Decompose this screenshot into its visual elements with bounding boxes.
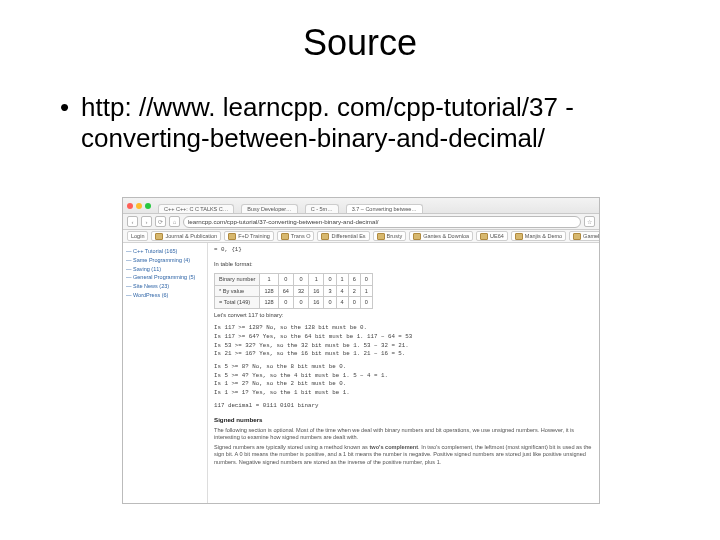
- paragraph: The following section is optional. Most …: [214, 427, 593, 442]
- folder-icon: [377, 233, 385, 240]
- folder-icon: [321, 233, 329, 240]
- content-line: = 0, {1}: [214, 246, 593, 255]
- folder-icon: [573, 233, 581, 240]
- binary-table: Binary number10010160 * By value12864321…: [214, 273, 373, 308]
- sidebar-item[interactable]: — Saving (11): [126, 265, 204, 274]
- browser-tab[interactable]: Busy Developer…: [241, 204, 297, 213]
- bullet: • http: //www. learncpp. com/cpp-tutoria…: [60, 92, 660, 153]
- sidebar-item[interactable]: — WordPress (6): [126, 291, 204, 300]
- bookmarks-bar: Login Journal & Publication F+D Training…: [123, 230, 599, 243]
- browser-screenshot: C++ C++: C C TALKS C… Busy Developer… C …: [122, 197, 600, 504]
- sidebar: — C++ Tutorial (165) — Same Programming …: [123, 243, 208, 504]
- folder-icon: [515, 233, 523, 240]
- bookmark[interactable]: Login: [127, 231, 148, 241]
- browser-toolbar: ‹ › ⟳ ⌂ learncpp.com/cpp-tutorial/37-con…: [123, 214, 599, 230]
- zoom-icon[interactable]: [145, 203, 151, 209]
- sidebar-item[interactable]: — General Programming (5): [126, 273, 204, 282]
- close-icon[interactable]: [127, 203, 133, 209]
- content-line: Let's convert 117 to binary:: [214, 311, 593, 320]
- folder-icon: [228, 233, 236, 240]
- section-heading: Signed numbers: [214, 415, 593, 424]
- back-icon[interactable]: ‹: [127, 216, 138, 227]
- browser-tab[interactable]: C++ C++: C C TALKS C…: [158, 204, 234, 213]
- address-bar[interactable]: learncpp.com/cpp-tutorial/37-converting-…: [183, 216, 581, 228]
- bookmark-star-icon[interactable]: ☆: [584, 216, 595, 227]
- bullet-dot: •: [60, 92, 69, 153]
- result-line: 117 decimal = 0111 0101 binary: [214, 402, 593, 411]
- bookmark-folder[interactable]: F+D Training: [224, 231, 274, 241]
- step-line: Is 5 >= 4? Yes, so the 4 bit must be 1. …: [214, 372, 593, 381]
- bullet-text: http: //www. learncpp. com/cpp-tutorial/…: [81, 92, 660, 153]
- minimize-icon[interactable]: [136, 203, 142, 209]
- step-line: Is 117 >= 64? Yes, so the 64 bit must be…: [214, 333, 593, 342]
- bookmark-folder[interactable]: Gantes & Downloa: [409, 231, 473, 241]
- home-icon[interactable]: ⌂: [169, 216, 180, 227]
- step-line: Is 1 >= 2? No, so the 2 bit must be 0.: [214, 380, 593, 389]
- reload-icon[interactable]: ⟳: [155, 216, 166, 227]
- browser-titlebar: C++ C++: C C TALKS C… Busy Developer… C …: [123, 198, 599, 214]
- bookmark-folder[interactable]: Differential Es: [317, 231, 369, 241]
- bookmark-folder[interactable]: Journal & Publication: [151, 231, 221, 241]
- paragraph: Signed numbers are typically stored usin…: [214, 444, 593, 467]
- bookmark-folder[interactable]: Brusty: [373, 231, 407, 241]
- step-line: Is 21 >= 16? Yes, so the 16 bit must be …: [214, 350, 593, 359]
- slide-title: Source: [0, 22, 720, 64]
- table-row: = Total (149)12800160400: [215, 297, 373, 308]
- table-row: Binary number10010160: [215, 274, 373, 285]
- step-line: Is 1 >= 1? Yes, so the 1 bit must be 1.: [214, 389, 593, 398]
- sidebar-item[interactable]: — Same Programming (4): [126, 256, 204, 265]
- table-row: * By value1286432163421: [215, 285, 373, 296]
- step-line: Is 117 >= 128? No, so the 128 bit must b…: [214, 324, 593, 333]
- content-line: In table format:: [214, 260, 593, 269]
- folder-icon: [413, 233, 421, 240]
- folder-icon: [480, 233, 488, 240]
- bookmark-folder[interactable]: GameBos: [569, 231, 599, 241]
- url-text: learncpp.com/cpp-tutorial/37-converting-…: [188, 218, 379, 225]
- folder-icon: [281, 233, 289, 240]
- browser-tab[interactable]: 3.7 – Converting betwee…: [346, 204, 423, 213]
- bookmark-folder[interactable]: Manjis & Demo: [511, 231, 566, 241]
- sidebar-item[interactable]: — C++ Tutorial (165): [126, 247, 204, 256]
- bookmark-folder[interactable]: Trans O: [277, 231, 315, 241]
- bookmark-folder[interactable]: UE64: [476, 231, 508, 241]
- browser-tab[interactable]: C - 5m…: [305, 204, 339, 213]
- step-line: Is 53 >= 32? Yes, so the 32 bit must be …: [214, 342, 593, 351]
- forward-icon[interactable]: ›: [141, 216, 152, 227]
- folder-icon: [155, 233, 163, 240]
- sidebar-item[interactable]: — Site News (23): [126, 282, 204, 291]
- step-line: Is 5 >= 8? No, so the 8 bit must be 0.: [214, 363, 593, 372]
- page-content: = 0, {1} In table format: Binary number1…: [208, 243, 599, 504]
